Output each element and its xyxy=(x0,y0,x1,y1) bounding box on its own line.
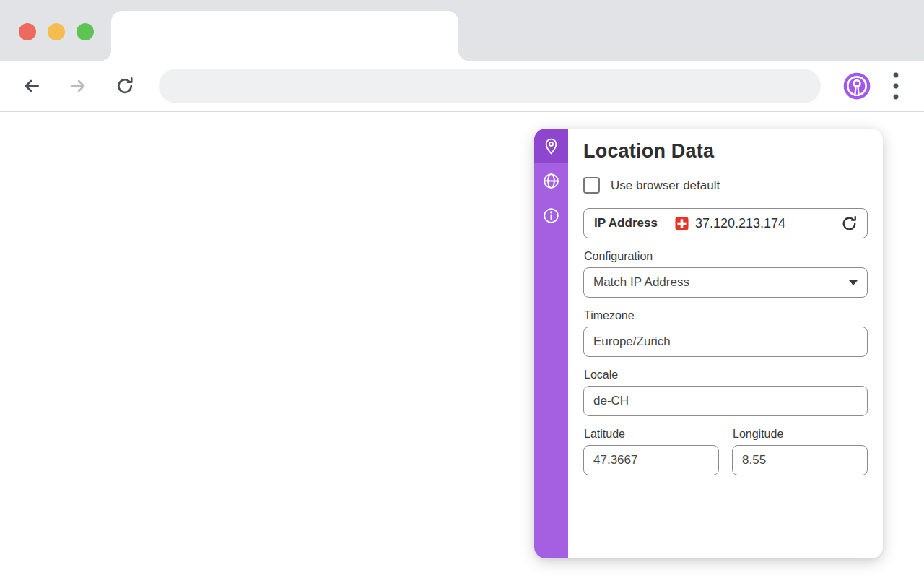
close-window-button[interactable] xyxy=(19,23,36,40)
location-pin-icon xyxy=(542,137,560,155)
panel-body: Location Data Use browser default IP Add… xyxy=(568,129,883,558)
sidebar-item-location[interactable] xyxy=(534,129,568,163)
configuration-label: Configuration xyxy=(584,250,868,263)
info-icon xyxy=(542,207,560,225)
sidebar-item-info[interactable] xyxy=(534,198,568,233)
latitude-group: Latitude xyxy=(583,416,719,475)
coordinates-row: Latitude Longitude xyxy=(583,416,868,475)
timezone-input[interactable] xyxy=(583,327,868,357)
refresh-ip-button[interactable] xyxy=(840,215,858,233)
configuration-selected-value: Match IP Address xyxy=(593,275,689,290)
reload-icon xyxy=(115,76,135,96)
latitude-input[interactable] xyxy=(583,445,719,475)
panel-title: Location Data xyxy=(583,140,868,163)
locale-input[interactable] xyxy=(583,386,868,416)
address-bar[interactable] xyxy=(159,69,821,103)
use-browser-default-option[interactable]: Use browser default xyxy=(583,177,868,194)
latitude-label: Latitude xyxy=(584,428,719,441)
configuration-select[interactable]: Match IP Address xyxy=(583,267,868,298)
location-data-panel: Location Data Use browser default IP Add… xyxy=(534,129,883,558)
minimize-window-button[interactable] xyxy=(48,23,65,40)
sidebar-item-globe[interactable] xyxy=(534,163,568,198)
back-arrow-icon xyxy=(22,77,41,95)
ip-address-label: IP Address xyxy=(594,216,658,230)
longitude-group: Longitude xyxy=(732,416,868,475)
maximize-window-button[interactable] xyxy=(77,23,94,40)
globe-icon xyxy=(542,172,560,190)
browser-tab[interactable] xyxy=(111,11,458,61)
extension-button[interactable] xyxy=(842,71,872,101)
refresh-icon xyxy=(840,215,858,233)
panel-sidebar xyxy=(534,129,568,558)
longitude-label: Longitude xyxy=(733,428,868,441)
ip-address-value: 37.120.213.174 xyxy=(695,216,785,231)
forward-arrow-icon xyxy=(69,77,87,95)
timezone-label: Timezone xyxy=(584,309,868,322)
browser-titlebar xyxy=(0,0,924,61)
use-browser-default-label: Use browser default xyxy=(611,178,720,193)
browser-menu-button[interactable] xyxy=(892,71,899,101)
chevron-down-icon xyxy=(849,280,858,285)
window-controls xyxy=(19,23,94,40)
locale-label: Locale xyxy=(584,368,868,381)
browser-toolbar xyxy=(0,61,924,112)
page-content: Location Data Use browser default IP Add… xyxy=(0,112,924,577)
use-browser-default-checkbox[interactable] xyxy=(583,177,600,194)
switzerland-flag-icon xyxy=(675,217,689,230)
forward-button[interactable] xyxy=(69,77,87,95)
ip-address-box: IP Address 37.120.213.174 xyxy=(583,208,868,238)
location-extension-icon xyxy=(842,71,872,101)
reload-button[interactable] xyxy=(115,76,135,96)
longitude-input[interactable] xyxy=(732,445,868,475)
back-button[interactable] xyxy=(22,77,41,95)
kebab-menu-icon xyxy=(892,71,899,101)
